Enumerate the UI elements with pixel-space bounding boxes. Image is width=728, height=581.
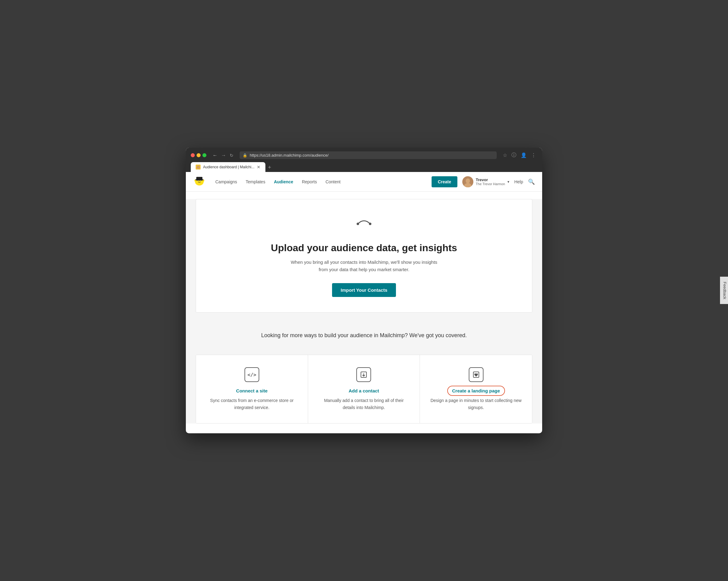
nav-templates[interactable]: Templates: [246, 179, 265, 184]
hero-subtitle: When you bring all your contacts into Ma…: [287, 259, 441, 273]
close-button[interactable]: [191, 153, 195, 157]
looking-section: Looking for more ways to build your audi…: [186, 320, 542, 355]
looking-title: Looking for more ways to build your audi…: [196, 332, 532, 339]
create-landing-page-card: Create a landing page Design a page in m…: [420, 355, 532, 423]
add-contact-card: Add a contact Manually add a contact to …: [308, 355, 420, 423]
add-contact-description: Manually add a contact to bring all of t…: [318, 397, 410, 411]
profile-icon[interactable]: 👤: [519, 151, 528, 159]
import-contacts-button[interactable]: Import Your Contacts: [332, 283, 396, 297]
nav-content[interactable]: Content: [326, 179, 341, 184]
nav-links: Campaigns Templates Audience Reports Con…: [215, 179, 432, 184]
bookmark-icon[interactable]: ☆: [502, 151, 509, 159]
create-landing-page-description: Design a page in minutes to start collec…: [430, 397, 522, 411]
maximize-button[interactable]: [202, 153, 206, 157]
user-menu[interactable]: Trevor The Trevor Harmon ▾: [462, 176, 509, 187]
forward-button[interactable]: →: [220, 152, 227, 159]
tab-bar: 🐵 Audience dashboard | Mailchi... ✕ +: [191, 162, 537, 172]
info-icon[interactable]: ⓘ: [510, 151, 518, 159]
avatar-image: [462, 176, 473, 187]
heart-icon: [469, 367, 484, 382]
avatar: [462, 176, 473, 187]
back-button[interactable]: ←: [211, 152, 219, 159]
user-info: Trevor The Trevor Harmon: [476, 178, 505, 186]
tab-title: Audience dashboard | Mailchi...: [203, 165, 254, 169]
mailchimp-logo-icon: [193, 175, 206, 187]
address-bar[interactable]: 🔒 https://us18.admin.mailchimp.com/audie…: [240, 151, 497, 159]
search-icon[interactable]: 🔍: [528, 178, 535, 185]
connect-site-description: Sync contacts from an e-commerce store o…: [206, 397, 298, 411]
navbar: Campaigns Templates Audience Reports Con…: [186, 172, 542, 192]
new-tab-button[interactable]: +: [265, 163, 274, 172]
hero-illustration: [208, 212, 520, 236]
logo[interactable]: [193, 175, 206, 189]
download-icon: [356, 367, 371, 382]
url-text: https://us18.admin.mailchimp.com/audienc…: [250, 153, 494, 158]
face-illustration-icon: [352, 212, 376, 236]
browser-window: ← → ↻ 🔒 https://us18.admin.mailchimp.com…: [186, 148, 542, 433]
user-name: Trevor: [476, 178, 505, 182]
add-contact-link[interactable]: Add a contact: [318, 388, 410, 393]
create-landing-page-link[interactable]: Create a landing page: [430, 388, 522, 393]
landing-page-highlight-ring: Create a landing page: [452, 388, 500, 393]
menu-icon[interactable]: ⋮: [530, 151, 537, 159]
browser-actions: ☆ ⓘ 👤 ⋮: [502, 151, 537, 159]
svg-point-11: [466, 178, 470, 183]
lock-icon: 🔒: [243, 153, 247, 158]
nav-reports[interactable]: Reports: [302, 179, 317, 184]
svg-point-13: [357, 222, 359, 225]
tab-close-button[interactable]: ✕: [257, 165, 260, 169]
browser-chrome: ← → ↻ 🔒 https://us18.admin.mailchimp.com…: [186, 148, 542, 172]
cards-grid: </> Connect a site Sync contacts from an…: [196, 355, 532, 423]
user-subname: The Trevor Harmon: [476, 182, 505, 186]
active-tab[interactable]: 🐵 Audience dashboard | Mailchi... ✕: [191, 162, 265, 172]
svg-rect-9: [196, 179, 203, 180]
svg-point-14: [369, 222, 371, 225]
minimize-button[interactable]: [197, 153, 201, 157]
tab-favicon-icon: 🐵: [196, 165, 201, 169]
hero-section: Upload your audience data, get insights …: [196, 199, 532, 313]
page-content: Campaigns Templates Audience Reports Con…: [186, 172, 542, 423]
nav-right: Create Trevor The Trevor Harmon: [432, 176, 535, 187]
hero-title: Upload your audience data, get insights: [208, 242, 520, 254]
browser-nav: ← → ↻: [211, 152, 235, 159]
help-link[interactable]: Help: [514, 179, 523, 184]
connect-site-card: </> Connect a site Sync contacts from an…: [196, 355, 308, 423]
traffic-lights: [191, 153, 206, 157]
feedback-tab[interactable]: Feedback: [720, 277, 728, 304]
chevron-down-icon: ▾: [508, 180, 509, 184]
nav-campaigns[interactable]: Campaigns: [215, 179, 237, 184]
nav-audience[interactable]: Audience: [274, 179, 293, 184]
create-button[interactable]: Create: [432, 176, 458, 187]
connect-site-link[interactable]: Connect a site: [206, 388, 298, 393]
browser-controls: ← → ↻ 🔒 https://us18.admin.mailchimp.com…: [191, 151, 537, 159]
main-content: Upload your audience data, get insights …: [186, 199, 542, 423]
reload-button[interactable]: ↻: [229, 152, 235, 159]
code-icon: </>: [244, 367, 259, 382]
